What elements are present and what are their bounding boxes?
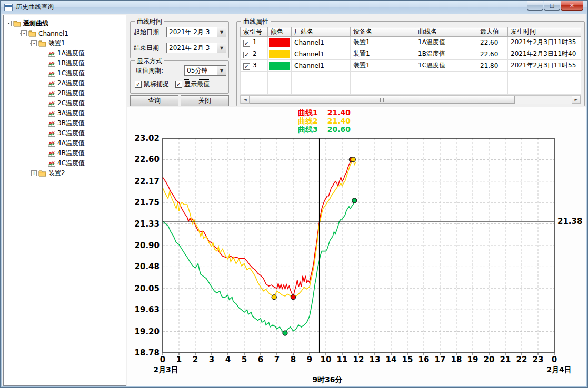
tree-connector — [26, 43, 31, 44]
tree-item-装置1[interactable]: -装置1 — [4, 38, 126, 48]
x-axis-label: 0 — [160, 355, 165, 364]
curve-icon — [48, 50, 55, 57]
tree-item-1A温度值[interactable]: 1A温度值 — [4, 48, 126, 58]
period-label: 取值周期: — [136, 66, 163, 75]
tree-item-label: 3B温度值 — [57, 119, 85, 128]
tree-item-1B温度值[interactable]: 1B温度值 — [4, 58, 126, 68]
x-axis-label: 23 — [533, 355, 544, 364]
x-axis-label: 6 — [258, 355, 263, 364]
tree-guide-line — [29, 43, 29, 161]
tree-connector — [43, 73, 47, 74]
table-row[interactable]: ✓1Channel1装置11A温度值22.602021年2月3日11时35 — [241, 37, 581, 48]
window-content: -遥测曲线-Channel1-装置11A温度值1B温度值1C温度值2A温度值2B… — [2, 14, 586, 386]
tree-item-1C温度值[interactable]: 1C温度值 — [4, 68, 126, 78]
curve-name-cell: 1B温度值 — [415, 48, 477, 60]
chevron-down-icon[interactable]: ▼ — [217, 66, 226, 75]
column-header[interactable]: 颜色 — [268, 27, 292, 37]
table-row[interactable]: ✓3Channel1装置11C温度值21.802021年2月3日11时55 — [241, 60, 581, 72]
tree-item-遥测曲线[interactable]: -遥测曲线 — [4, 18, 126, 28]
tree-item-装置2[interactable]: +装置2 — [4, 168, 126, 178]
tree-expander-icon[interactable]: - — [21, 30, 27, 36]
tree-item-label: 遥测曲线 — [23, 19, 48, 28]
telemetry-tree[interactable]: -遥测曲线-Channel1-装置11A温度值1B温度值1C温度值2A温度值2B… — [3, 15, 126, 386]
device-cell: 装置1 — [351, 37, 415, 48]
column-header[interactable]: 最大值 — [477, 27, 508, 37]
end-date-value: 2021年 2月 3 — [167, 44, 217, 53]
date-label-right: 2月4日 — [546, 365, 571, 374]
tree-expander-icon[interactable]: - — [31, 40, 37, 46]
row-checkbox[interactable]: ✓ — [243, 40, 250, 47]
end-date-combobox[interactable]: 2021年 2月 3 ▼ — [166, 43, 226, 53]
tree-item-3B温度值[interactable]: 3B温度值 — [4, 118, 126, 128]
period-value: 05分钟 — [185, 66, 217, 75]
scroll-left-icon[interactable]: ◄ — [241, 96, 250, 104]
tree-item-4A温度值[interactable]: 4A温度值 — [4, 138, 126, 148]
tree-item-2A温度值[interactable]: 2A温度值 — [4, 78, 126, 88]
minimize-button[interactable]: — — [527, 1, 543, 11]
x-axis-label: 17 — [435, 355, 446, 364]
chevron-down-icon[interactable]: ▼ — [217, 27, 226, 37]
row-checkbox[interactable]: ✓ — [243, 52, 250, 58]
table-empty-row — [241, 72, 581, 83]
column-header[interactable]: 曲线名 — [415, 27, 477, 37]
column-header[interactable]: 设备名 — [351, 27, 415, 37]
tree-item-4C温度值[interactable]: 4C温度值 — [4, 158, 126, 168]
maximize-button[interactable]: □ — [544, 1, 560, 11]
y-axis-label: 22.60 — [135, 155, 160, 164]
curve-color-swatch — [269, 38, 290, 47]
y-axis-label: 19.63 — [135, 305, 160, 314]
title-bar[interactable]: 历史曲线查询 — □ ✕ — [1, 1, 587, 14]
column-header[interactable]: 发生时间 — [508, 27, 581, 37]
folder-icon — [13, 20, 21, 27]
x-axis-label: 12 — [353, 355, 364, 364]
curve-icon — [48, 110, 55, 117]
column-header[interactable]: 索引号 — [241, 27, 268, 37]
tree-item-Channel1[interactable]: -Channel1 — [4, 28, 126, 38]
folder-icon — [38, 170, 46, 177]
history-curve-chart[interactable]: 23.0222.6022.1721.7521.3320.9020.4820.05… — [135, 132, 587, 388]
curve-properties-table[interactable]: 索引号颜色厂站名设备名曲线名最大值发生时间 ✓1Channel1装置11A温度值… — [240, 27, 581, 95]
table-row[interactable]: ✓2Channel1装置11B温度值22.602021年2月3日11时40 — [241, 48, 581, 60]
folder-icon — [38, 40, 46, 47]
start-date-combobox[interactable]: 2021年 2月 3 ▼ — [166, 27, 226, 37]
period-combobox[interactable]: 05分钟 ▼ — [184, 65, 226, 76]
tree-item-3A温度值[interactable]: 3A温度值 — [4, 108, 126, 118]
y-axis-label: 18.78 — [135, 348, 160, 358]
scrollbar-thumb[interactable] — [250, 96, 515, 104]
tree-item-3C温度值[interactable]: 3C温度值 — [4, 128, 126, 138]
mouse-capture-label: 鼠标捕捉 — [144, 80, 169, 89]
close-window-button[interactable]: ✕ — [561, 1, 583, 11]
display-mode-group: 显示方式 取值周期: 05分钟 ▼ ✓ 鼠标捕捉 ✓ 显示最值 — [130, 60, 229, 94]
tree-expander-icon[interactable]: + — [31, 170, 37, 176]
max-value-cell: 21.80 — [477, 60, 508, 72]
tree-item-label: 1B温度值 — [57, 59, 85, 68]
tree-item-2B温度值[interactable]: 2B温度值 — [4, 88, 126, 98]
start-date-value: 2021年 2月 3 — [167, 28, 217, 37]
row-checkbox[interactable]: ✓ — [243, 63, 250, 70]
table-horizontal-scrollbar[interactable]: ◄ ► — [240, 95, 581, 104]
query-button[interactable]: 查询 — [130, 95, 178, 106]
time-cell: 2021年2月3日11时55 — [508, 60, 581, 72]
x-axis-label: 20 — [484, 355, 495, 364]
chevron-down-icon[interactable]: ▼ — [217, 43, 226, 53]
max-marker-curve-3 — [352, 198, 357, 203]
curve-name-cell: 1C温度值 — [415, 60, 477, 72]
tree-item-4B温度值[interactable]: 4B温度值 — [4, 148, 126, 158]
scroll-right-icon[interactable]: ► — [572, 96, 581, 104]
curve-icon — [48, 150, 55, 157]
close-button[interactable]: 关闭 — [181, 95, 229, 106]
x-axis-label: 16 — [418, 355, 430, 364]
curve-icon — [48, 130, 55, 137]
legend-item: 曲线221.40 — [298, 117, 351, 125]
show-extremes-label: 显示最值 — [184, 80, 210, 89]
tree-item-2C温度值[interactable]: 2C温度值 — [4, 98, 126, 108]
x-axis-label: 10 — [321, 355, 332, 364]
mouse-capture-checkbox[interactable]: ✓ — [135, 81, 142, 88]
tree-connector — [43, 63, 47, 64]
x-axis-label: 18 — [451, 355, 462, 364]
curve-properties-group: 曲线属性 索引号颜色厂站名设备名曲线名最大值发生时间 ✓1Channel1装置1… — [236, 21, 585, 106]
curve-icon — [48, 100, 55, 107]
x-axis-label: 1 — [176, 355, 182, 364]
show-extremes-checkbox[interactable]: ✓ — [175, 81, 182, 88]
column-header[interactable]: 厂站名 — [292, 27, 351, 37]
